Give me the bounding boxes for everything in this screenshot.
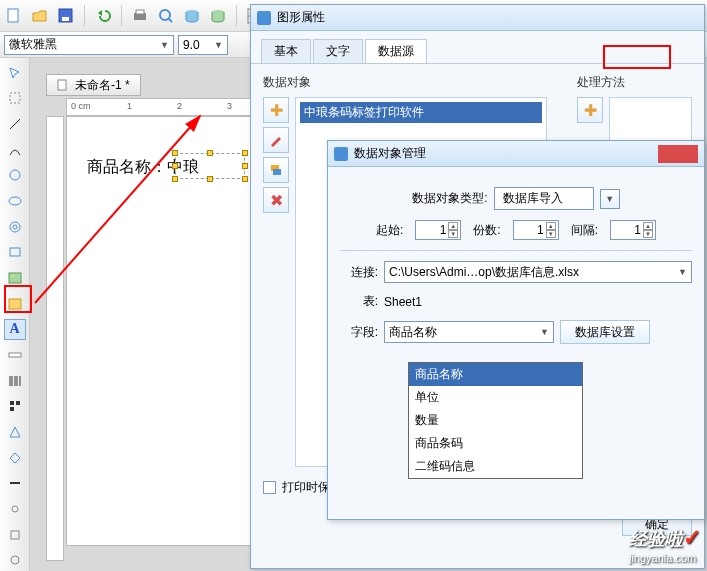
svg-rect-34 bbox=[11, 531, 19, 539]
svg-rect-23 bbox=[9, 299, 21, 309]
win2-title: 数据对象管理 bbox=[354, 145, 426, 162]
dd-item-2[interactable]: 数量 bbox=[409, 409, 582, 432]
count-spinner[interactable]: 1▲▼ bbox=[513, 220, 559, 240]
font-name: 微软雅黑 bbox=[9, 36, 57, 53]
db-settings-button[interactable]: 数据库设置 bbox=[560, 320, 650, 344]
minus-icon[interactable] bbox=[4, 473, 26, 495]
gap-spinner[interactable]: 1▲▼ bbox=[610, 220, 656, 240]
svg-rect-21 bbox=[9, 273, 21, 283]
pointer-icon[interactable] bbox=[4, 62, 26, 84]
font-size: 9.0 bbox=[183, 38, 200, 52]
print-icon[interactable] bbox=[130, 6, 150, 26]
link-icon[interactable] bbox=[4, 498, 26, 520]
field-dropdown-list: 商品名称 单位 数量 商品条码 二维码信息 bbox=[408, 362, 583, 479]
type-dropdown[interactable]: ▼ bbox=[600, 189, 620, 209]
font-size-select[interactable]: 9.0▼ bbox=[178, 35, 228, 55]
preview-icon[interactable] bbox=[156, 6, 176, 26]
svg-point-16 bbox=[10, 170, 20, 180]
ruler-vertical bbox=[46, 116, 64, 561]
data-object-item[interactable]: 中琅条码标签打印软件 bbox=[300, 102, 542, 123]
watermark: 经验啦✓ jingyanla.com bbox=[629, 525, 701, 565]
image-icon[interactable] bbox=[4, 267, 26, 289]
svg-rect-30 bbox=[10, 401, 14, 405]
field-label: 字段: bbox=[340, 324, 378, 341]
text-icon[interactable]: A bbox=[4, 319, 26, 341]
svg-point-35 bbox=[11, 556, 19, 564]
edit-button[interactable] bbox=[263, 127, 289, 153]
db2-icon[interactable] bbox=[208, 6, 228, 26]
method-label: 处理方法 bbox=[577, 74, 692, 91]
open-icon[interactable] bbox=[30, 6, 50, 26]
delete-button[interactable]: ✖ bbox=[263, 187, 289, 213]
new-icon[interactable] bbox=[4, 6, 24, 26]
win2-body: 数据对象类型: 数据库导入 ▼ 起始: 1▲▼ 份数: 1▲▼ 间隔: 1▲▼ … bbox=[328, 167, 704, 364]
print-save-checkbox[interactable] bbox=[263, 481, 276, 494]
doc-tab[interactable]: 未命名-1 * bbox=[46, 74, 141, 96]
ruler-unit: 0 cm bbox=[71, 101, 91, 111]
type-value: 数据库导入 bbox=[494, 187, 594, 210]
svg-point-19 bbox=[13, 225, 17, 229]
data-object-label: 数据对象 bbox=[263, 74, 547, 91]
svg-rect-24 bbox=[9, 353, 21, 357]
win2-titlebar[interactable]: 数据对象管理 bbox=[328, 141, 704, 167]
left-tool-strip: A bbox=[0, 58, 30, 571]
svg-rect-36 bbox=[58, 80, 66, 90]
count-label: 份数: bbox=[473, 222, 500, 239]
triangle-icon[interactable] bbox=[4, 421, 26, 443]
dd-item-1[interactable]: 单位 bbox=[409, 386, 582, 409]
dd-item-0[interactable]: 商品名称 bbox=[409, 363, 582, 386]
circle-icon[interactable] bbox=[4, 165, 26, 187]
curve-icon[interactable] bbox=[4, 139, 26, 161]
svg-rect-31 bbox=[16, 401, 20, 405]
svg-rect-0 bbox=[8, 9, 18, 22]
svg-rect-4 bbox=[136, 10, 144, 14]
method-add-button[interactable]: ✚ bbox=[577, 97, 603, 123]
canvas[interactable]: 商品名称：中琅 bbox=[66, 116, 266, 546]
barcode-icon[interactable] bbox=[4, 370, 26, 392]
chevron-down-icon: ▼ bbox=[214, 40, 223, 50]
conn-combo[interactable]: C:\Users\Admi…op\数据库信息.xlsx▼ bbox=[384, 261, 692, 283]
tab-text[interactable]: 文字 bbox=[313, 39, 363, 63]
svg-point-22 bbox=[12, 275, 14, 277]
font-select[interactable]: 微软雅黑▼ bbox=[4, 35, 174, 55]
gap-label: 间隔: bbox=[571, 222, 598, 239]
doc-icon bbox=[57, 79, 69, 91]
ellipse-icon[interactable] bbox=[4, 190, 26, 212]
win1-title: 图形属性 bbox=[277, 9, 325, 26]
qrcode-icon[interactable] bbox=[4, 396, 26, 418]
svg-rect-14 bbox=[10, 93, 20, 103]
ring-icon[interactable] bbox=[4, 216, 26, 238]
win1-tabs: 基本 文字 数据源 bbox=[251, 31, 704, 64]
svg-rect-20 bbox=[10, 248, 20, 256]
add-button[interactable]: ✚ bbox=[263, 97, 289, 123]
field-combo[interactable]: 商品名称▼ bbox=[384, 321, 554, 343]
ruler-icon[interactable] bbox=[4, 344, 26, 366]
win1-titlebar[interactable]: 图形属性 bbox=[251, 5, 704, 31]
svg-point-18 bbox=[10, 222, 20, 232]
chevron-down-icon: ▼ bbox=[160, 40, 169, 50]
select-icon[interactable] bbox=[4, 88, 26, 110]
svg-line-6 bbox=[168, 18, 172, 22]
dd-item-4[interactable]: 二维码信息 bbox=[409, 455, 582, 478]
rect-icon[interactable] bbox=[4, 242, 26, 264]
table-label: 表: bbox=[340, 293, 378, 310]
shape2-icon[interactable] bbox=[4, 549, 26, 571]
svg-rect-39 bbox=[273, 169, 281, 175]
diamond-icon[interactable] bbox=[4, 447, 26, 469]
layers-button[interactable] bbox=[263, 157, 289, 183]
start-spinner[interactable]: 1▲▼ bbox=[415, 220, 461, 240]
dd-item-3[interactable]: 商品条码 bbox=[409, 432, 582, 455]
undo-icon[interactable] bbox=[93, 6, 113, 26]
close-button[interactable] bbox=[658, 145, 698, 163]
line-icon[interactable] bbox=[4, 113, 26, 135]
conn-label: 连接: bbox=[340, 264, 378, 281]
db-icon[interactable] bbox=[182, 6, 202, 26]
start-label: 起始: bbox=[376, 222, 403, 239]
save-icon[interactable] bbox=[56, 6, 76, 26]
shape1-icon[interactable] bbox=[4, 524, 26, 546]
image2-icon[interactable] bbox=[4, 293, 26, 315]
svg-point-17 bbox=[9, 197, 21, 205]
tab-datasource[interactable]: 数据源 bbox=[365, 39, 427, 63]
selection bbox=[175, 153, 245, 179]
tab-basic[interactable]: 基本 bbox=[261, 39, 311, 63]
